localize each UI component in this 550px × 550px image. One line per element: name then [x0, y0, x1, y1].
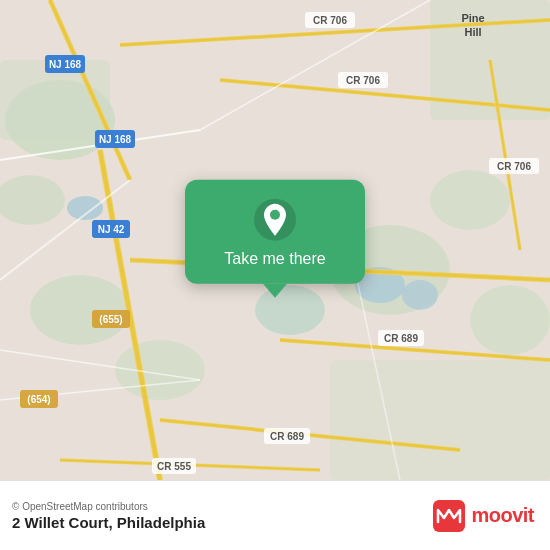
svg-text:CR 706: CR 706 [346, 75, 380, 86]
svg-text:CR 555: CR 555 [157, 461, 191, 472]
svg-text:NJ 42: NJ 42 [98, 224, 125, 235]
moovit-logo[interactable]: moovit [433, 500, 534, 532]
svg-point-66 [270, 210, 280, 220]
bottom-bar: © OpenStreetMap contributors 2 Willet Co… [0, 480, 550, 550]
location-pin-icon [253, 198, 297, 242]
popup-card[interactable]: Take me there [185, 180, 365, 284]
svg-text:CR 689: CR 689 [270, 431, 304, 442]
svg-text:NJ 168: NJ 168 [99, 134, 132, 145]
map-container[interactable]: CR 706 CR 706 CR 706 NJ 168 NJ 168 NJ 42… [0, 0, 550, 480]
svg-text:CR 706: CR 706 [313, 15, 347, 26]
svg-text:CR 689: CR 689 [384, 333, 418, 344]
osm-attribution: © OpenStreetMap contributors [12, 501, 205, 512]
svg-rect-14 [330, 360, 550, 480]
svg-point-11 [402, 280, 438, 310]
location-title: 2 Willet Court, Philadelphia [12, 514, 205, 531]
svg-text:(654): (654) [27, 394, 50, 405]
take-me-there-label: Take me there [224, 250, 325, 268]
svg-text:NJ 168: NJ 168 [49, 59, 82, 70]
svg-point-6 [430, 170, 510, 230]
moovit-text: moovit [471, 504, 534, 527]
svg-text:Hill: Hill [464, 26, 481, 38]
svg-text:CR 706: CR 706 [497, 161, 531, 172]
svg-point-9 [67, 196, 103, 220]
svg-point-7 [470, 285, 550, 355]
moovit-icon [433, 500, 465, 532]
svg-text:Pine: Pine [461, 12, 484, 24]
svg-text:(655): (655) [99, 314, 122, 325]
bottom-left: © OpenStreetMap contributors 2 Willet Co… [12, 501, 205, 531]
